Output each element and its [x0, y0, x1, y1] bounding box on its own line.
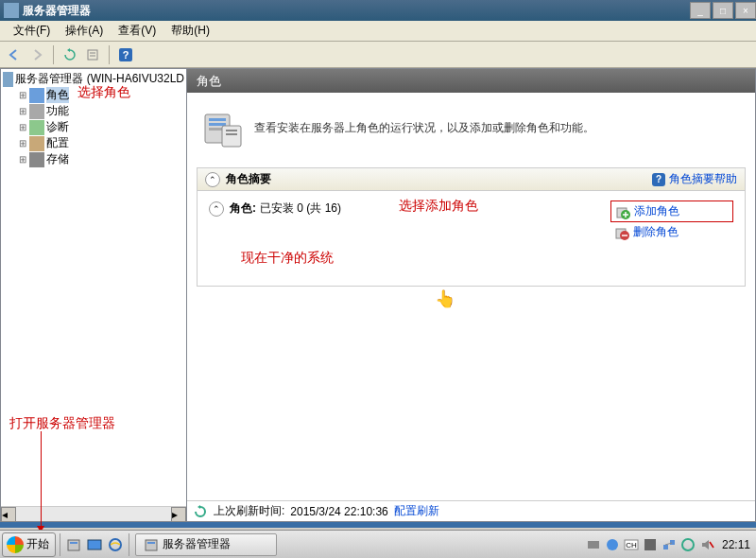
expand-icon[interactable]: ⊞ [16, 90, 29, 100]
main-area: 服务器管理器 (WIN-HA6IVU32LD ⊞ 角色 ⊞ 功能 ⊞ 诊断 ⊞ … [0, 68, 756, 522]
help-link-text: 角色摘要帮助 [669, 171, 737, 187]
config-refresh-link[interactable]: 配置刷新 [394, 503, 439, 519]
panel-header: ⌃ 角色摘要 ? 角色摘要帮助 [198, 168, 745, 191]
toolbar: ? [0, 42, 756, 68]
nav-back-button[interactable] [4, 44, 25, 65]
scroll-left-button[interactable]: ◂ [1, 507, 16, 522]
collapse-icon[interactable]: ⌃ [205, 172, 220, 187]
svg-rect-27 [663, 545, 668, 549]
expand-icon[interactable]: ⊞ [16, 138, 29, 148]
tree-root[interactable]: 服务器管理器 (WIN-HA6IVU32LD [3, 71, 184, 87]
roles-summary-panel: ⌃ 角色摘要 ? 角色摘要帮助 ⌃ 角色: 已安装 0 (共 16) [197, 167, 746, 287]
svg-rect-20 [146, 540, 157, 550]
roles-value: 已安装 0 (共 16) [260, 201, 341, 217]
role-actions: 添加角色 删除角色 [610, 201, 733, 242]
system-tray: CH 22:11 [586, 537, 756, 552]
svg-text:CH: CH [626, 541, 637, 549]
task-icon [144, 537, 159, 552]
add-role-link[interactable]: 添加角色 [610, 201, 733, 222]
minimize-button[interactable]: _ [690, 2, 711, 19]
tree-item-storage[interactable]: ⊞ 存储 [3, 151, 184, 167]
show-desktop-icon[interactable] [85, 535, 104, 554]
status-bar: 上次刷新时间: 2015/3/24 22:10:36 配置刷新 [187, 500, 755, 521]
roles-count: ⌃ 角色: 已安装 0 (共 16) [209, 201, 341, 217]
server-manager-quick-icon[interactable] [64, 535, 83, 554]
svg-point-30 [682, 539, 694, 550]
desktop-gap [0, 522, 756, 528]
scroll-right-button[interactable]: ▸ [171, 507, 186, 522]
expand-icon[interactable]: ⊞ [16, 106, 29, 116]
svg-rect-17 [70, 542, 77, 544]
menubar: 文件(F) 操作(A) 查看(V) 帮助(H) [0, 21, 756, 42]
svg-rect-22 [588, 541, 599, 549]
tree-item-roles[interactable]: ⊞ 角色 [3, 87, 184, 103]
tray-icon[interactable] [643, 537, 658, 552]
nav-forward-button[interactable] [26, 44, 47, 65]
storage-icon [29, 152, 44, 167]
features-icon [29, 104, 44, 119]
tree-root-label: 服务器管理器 (WIN-HA6IVU32LD [15, 71, 184, 87]
tree-item-features[interactable]: ⊞ 功能 [3, 103, 184, 119]
ie-icon[interactable] [106, 535, 125, 554]
navigation-tree[interactable]: 服务器管理器 (WIN-HA6IVU32LD ⊞ 角色 ⊞ 功能 ⊞ 诊断 ⊞ … [1, 69, 186, 506]
svg-rect-21 [147, 542, 155, 544]
tray-icon[interactable] [680, 537, 696, 552]
panel-body: ⌃ 角色: 已安装 0 (共 16) 添加角色 删除角色 [198, 191, 745, 286]
cursor-icon: 👆 [435, 288, 455, 309]
remove-role-text: 删除角色 [633, 224, 679, 240]
taskbar: 开始 服务器管理器 CH 22:11 [0, 530, 756, 558]
horizontal-scrollbar[interactable]: ◂ ▸ [1, 506, 186, 521]
help-icon[interactable]: ? [115, 44, 136, 65]
scroll-track[interactable] [16, 507, 171, 521]
content-body: 查看安装在服务器上角色的运行状况，以及添加或删除角色和功能。 ⌃ 角色摘要 ? … [187, 93, 755, 500]
svg-text:?: ? [123, 49, 129, 61]
collapse-icon[interactable]: ⌃ [209, 201, 224, 217]
svg-rect-28 [670, 540, 675, 545]
remove-role-link[interactable]: 删除角色 [610, 222, 733, 242]
refresh-icon[interactable] [60, 44, 80, 65]
svg-rect-26 [644, 539, 656, 550]
close-button[interactable]: × [735, 2, 756, 19]
summary-help-link[interactable]: ? 角色摘要帮助 [652, 171, 737, 187]
clean-system-annotation: 现在干净的系统 [241, 250, 733, 267]
start-button[interactable]: 开始 [2, 532, 56, 557]
tray-language-icon[interactable]: CH [624, 537, 639, 552]
tray-network-icon[interactable] [662, 537, 677, 552]
expand-icon[interactable]: ⊞ [16, 154, 29, 165]
menu-view[interactable]: 查看(V) [111, 21, 163, 41]
maximize-button[interactable]: □ [713, 2, 733, 19]
add-role-text: 添加角色 [634, 203, 679, 219]
tree-item-config[interactable]: ⊞ 配置 [3, 135, 184, 151]
toolbar-separator [53, 45, 54, 64]
description-row: 查看安装在服务器上角色的运行状况，以及添加或删除角色和功能。 [197, 102, 746, 153]
svg-rect-7 [209, 123, 226, 126]
taskbar-clock[interactable]: 22:11 [722, 538, 750, 551]
tree-item-diagnostics[interactable]: ⊞ 诊断 [3, 119, 184, 135]
tree-label: 角色 [46, 87, 69, 103]
toolbar-separator [109, 45, 110, 64]
menu-action[interactable]: 操作(A) [58, 21, 111, 41]
panel-title: 角色摘要 [226, 171, 271, 187]
properties-icon[interactable] [82, 44, 103, 65]
task-label: 服务器管理器 [163, 536, 231, 552]
windows-orb-icon [7, 536, 24, 553]
diagnostics-icon [29, 120, 44, 135]
tray-icon[interactable] [586, 537, 601, 552]
tray-icon[interactable] [605, 537, 620, 552]
start-label: 开始 [26, 536, 49, 552]
window-title: 服务器管理器 [23, 3, 91, 19]
refresh-status-icon [193, 504, 208, 519]
taskbar-task-server-manager[interactable]: 服务器管理器 [135, 533, 277, 556]
annotation-arrow [41, 431, 42, 531]
server-icon [3, 72, 13, 87]
menu-file[interactable]: 文件(F) [6, 21, 58, 41]
menu-help[interactable]: 帮助(H) [163, 21, 217, 41]
roles-icon [29, 88, 44, 103]
tray-volume-icon[interactable] [699, 537, 714, 552]
tree-label: 诊断 [46, 119, 69, 135]
roles-label: 角色: [230, 201, 256, 217]
expand-icon[interactable]: ⊞ [16, 122, 29, 132]
config-icon [29, 136, 44, 151]
roles-row: ⌃ 角色: 已安装 0 (共 16) 添加角色 删除角色 [209, 201, 733, 242]
svg-rect-0 [88, 50, 97, 60]
